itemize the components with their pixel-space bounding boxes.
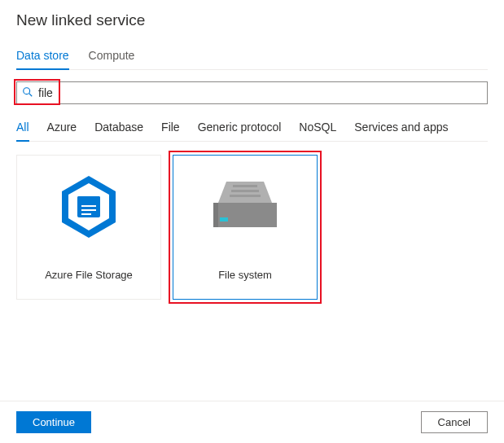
card-file-system[interactable]: File system <box>173 155 318 300</box>
cancel-button[interactable]: Cancel <box>421 411 488 433</box>
svg-rect-11 <box>231 190 259 192</box>
svg-line-1 <box>29 93 33 96</box>
footer: Continue Cancel <box>0 401 504 443</box>
main-tabs: Data store Compute <box>16 44 488 70</box>
page-title: New linked service <box>16 11 488 29</box>
filter-azure[interactable]: Azure <box>47 116 77 142</box>
azure-file-storage-icon <box>60 174 117 239</box>
svg-point-0 <box>24 87 30 94</box>
search-icon <box>22 86 33 100</box>
filter-nosql[interactable]: NoSQL <box>299 116 336 142</box>
filter-generic-protocol[interactable]: Generic protocol <box>198 116 282 142</box>
search-input[interactable] <box>33 86 482 99</box>
svg-rect-10 <box>233 185 257 187</box>
filter-database[interactable]: Database <box>94 116 143 142</box>
svg-marker-14 <box>213 203 218 227</box>
filter-all[interactable]: All <box>16 116 29 142</box>
svg-rect-12 <box>230 195 261 197</box>
connector-cards: Azure File Storage File system <box>16 155 488 300</box>
continue-button[interactable]: Continue <box>16 411 91 433</box>
svg-rect-15 <box>220 217 228 222</box>
search-box[interactable] <box>16 81 488 104</box>
tab-compute[interactable]: Compute <box>89 44 135 70</box>
card-azure-file-storage[interactable]: Azure File Storage <box>16 155 161 300</box>
card-label: Azure File Storage <box>45 269 133 281</box>
file-system-icon <box>210 174 280 239</box>
card-label: File system <box>218 269 272 281</box>
svg-rect-5 <box>77 196 100 202</box>
filter-file[interactable]: File <box>161 116 180 142</box>
filter-tabs: All Azure Database File Generic protocol… <box>16 116 488 142</box>
tab-data-store[interactable]: Data store <box>16 44 69 70</box>
filter-services-apps[interactable]: Services and apps <box>354 116 448 142</box>
svg-marker-13 <box>213 203 277 227</box>
